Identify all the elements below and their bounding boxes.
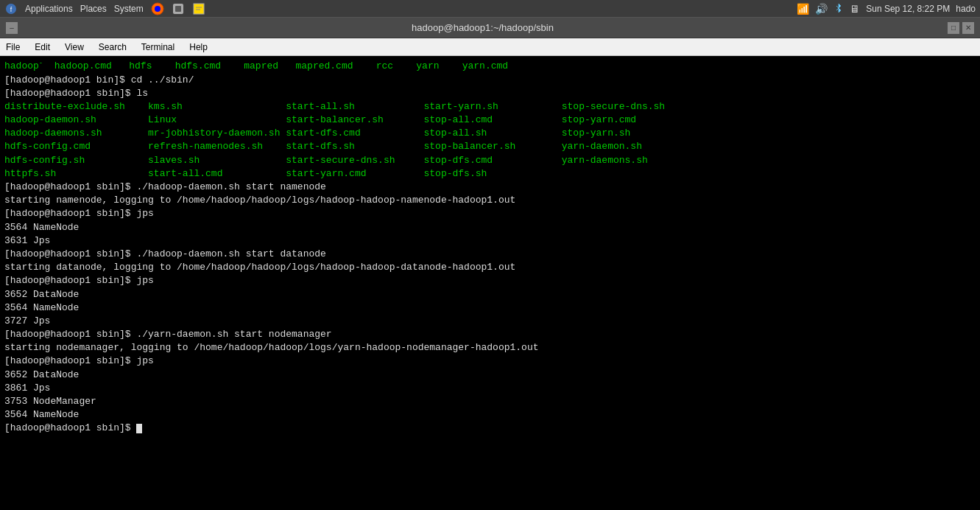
bluetooth-icon [833,2,844,15]
terminal-line: [hadoop@hadoop1 sbin]$ jps [4,207,976,220]
terminal-line: [hadoop@hadoop1 sbin]$ ./hadoop-daemon.s… [4,248,976,261]
applications-menu[interactable]: Applications [25,4,73,14]
network-icon: 📶 [797,3,809,15]
terminal-line: httpfs.sh start-all.cmd start-yarn.cmd s… [4,167,976,181]
terminal-line: [hadoop@hadoop1 sbin]$ ./yarn-daemon.sh … [4,328,976,341]
system-bar: f Applications Places System [0,0,980,18]
terminal-line: hadoop-daemons.sh mr-jobhistory-daemon.s… [4,127,976,140]
terminal-line: hadoop- hadoop.cmd hdfs hdfs.cmd mapred … [4,59,976,74]
terminal-prompt-line: [hadoop@hadoop1 sbin]$ [4,422,976,435]
terminal-line: starting datanode, logging to /home/hado… [4,261,976,274]
terminal-line: 3564 NameNode [4,301,976,315]
svg-rect-6 [194,4,204,14]
applet-icon[interactable] [172,2,185,15]
system-bar-right: 📶 🔊 🖥 Sun Sep 12, 8:22 PM hado [797,2,976,15]
sound-icon: 🔊 [815,3,828,15]
svg-point-3 [155,6,161,12]
terminal-line: starting nodemanager, logging to /home/h… [4,341,976,354]
username-display: hado [956,4,976,14]
terminal-line: 3861 Jps [4,382,976,395]
close-button[interactable]: ✕ [962,22,974,34]
restore-button[interactable]: □ [948,22,959,34]
system-menu[interactable]: System [114,4,144,14]
svg-rect-5 [175,6,181,12]
terminal-line: [hadoop@hadoop1 bin]$ cd ../sbin/ [4,74,976,87]
title-bar: – hadoop@hadoop1:~/hadoop/sbin □ ✕ [0,18,980,38]
menu-edit[interactable]: Edit [32,41,53,54]
display-icon: 🖥 [850,3,860,15]
terminal-line: [hadoop@hadoop1 sbin]$ jps [4,354,976,368]
terminal-line: [hadoop@hadoop1 sbin]$ ls [4,87,976,100]
menu-help[interactable]: Help [186,41,211,54]
title-bar-right: □ ✕ [948,22,974,34]
menu-search[interactable]: Search [96,41,130,54]
minimize-button[interactable]: – [6,22,18,34]
system-bar-left: f Applications Places System [4,2,205,15]
terminal-line: starting namenode, logging to /home/hado… [4,194,976,207]
terminal-line: hdfs-config.cmd refresh-namenodes.sh sta… [4,140,976,153]
cursor [136,424,142,433]
terminal-line: 3564 NameNode [4,408,976,422]
terminal-line: hdfs-config.sh slaves.sh start-secure-dn… [4,154,976,167]
terminal-window: – hadoop@hadoop1:~/hadoop/sbin □ ✕ File … [0,18,980,510]
terminal-line: 3753 NodeManager [4,395,976,408]
title-bar-controls: – [6,22,18,34]
terminal-line: 3727 Jps [4,315,976,328]
menu-file[interactable]: File [3,41,23,54]
distro-icon: f [4,2,18,15]
terminal-line: [hadoop@hadoop1 sbin]$ ./hadoop-daemon.s… [4,181,976,194]
menu-terminal[interactable]: Terminal [138,41,177,54]
terminal-line: 3631 Jps [4,234,976,248]
window-title: hadoop@hadoop1:~/hadoop/sbin [18,22,948,33]
menu-view[interactable]: View [62,41,87,54]
terminal-line: 3652 DataNode [4,288,976,301]
menu-bar: File Edit View Search Terminal Help [0,38,980,56]
browser-icon[interactable] [151,2,164,15]
places-menu[interactable]: Places [80,4,107,14]
datetime-display: Sun Sep 12, 8:22 PM [866,4,950,14]
terminal-line: 3652 DataNode [4,368,976,382]
terminal-line: distribute-exclude.sh kms.sh start-all.s… [4,100,976,113]
notes-icon[interactable] [192,2,205,15]
terminal-body[interactable]: hadoop- hadoop.cmd hdfs hdfs.cmd mapred … [0,56,980,510]
terminal-line: [hadoop@hadoop1 sbin]$ jps [4,274,976,287]
terminal-line: 3564 NameNode [4,221,976,234]
terminal-line: hadoop-daemon.sh Linux start-balancer.sh… [4,113,976,127]
